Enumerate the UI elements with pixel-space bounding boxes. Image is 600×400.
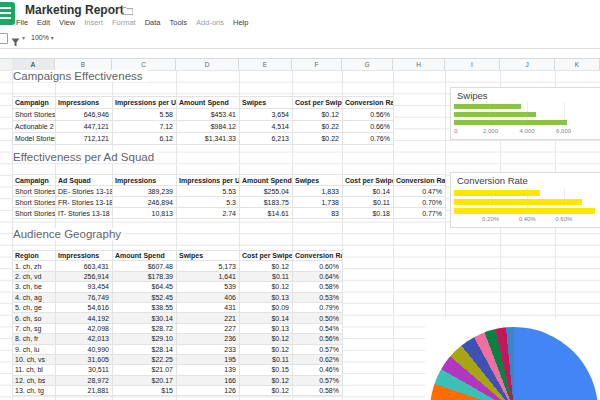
cell[interactable]: $22.25: [113, 354, 177, 364]
cell[interactable]: 10,813: [113, 208, 177, 219]
cell[interactable]: 0.53%: [293, 292, 343, 302]
cell[interactable]: 6. ch, so: [13, 313, 56, 323]
cell[interactable]: 2.74: [177, 208, 240, 219]
cell[interactable]: 447,121: [56, 121, 113, 133]
cell[interactable]: $0.11: [240, 271, 293, 281]
header-cell[interactable]: Amount Spend: [177, 97, 240, 109]
cell[interactable]: 0.58%: [293, 282, 343, 292]
star-icon[interactable]: ☆: [104, 4, 119, 15]
cell[interactable]: $0.11: [343, 197, 394, 208]
cell[interactable]: 6.12: [113, 133, 177, 145]
menu-data[interactable]: Data: [145, 18, 161, 27]
column-header-I[interactable]: I: [445, 59, 500, 70]
cell[interactable]: $0.12: [240, 261, 293, 271]
header-cell[interactable]: Impressions: [56, 97, 113, 109]
cell[interactable]: $453.41: [177, 109, 240, 121]
swipes-chart[interactable]: Swipes 02,0004,0006,000: [450, 87, 600, 140]
cell[interactable]: 0.50%: [293, 313, 343, 323]
column-header-E[interactable]: E: [239, 59, 292, 70]
cell[interactable]: 5.3: [177, 197, 240, 208]
cell[interactable]: FR- Stories 13-18: [56, 197, 113, 208]
header-cell[interactable]: Swipes: [293, 175, 343, 186]
cell[interactable]: $984.12: [177, 121, 240, 133]
cell[interactable]: 28,972: [56, 375, 113, 385]
cell[interactable]: $0.14: [343, 186, 394, 197]
cell[interactable]: 1,641: [177, 271, 240, 281]
cell[interactable]: 0.66%: [343, 121, 394, 133]
cell[interactable]: 7. ch, sg: [13, 323, 56, 333]
cell[interactable]: Short Stories: [13, 197, 56, 208]
cell[interactable]: 3. ch, be: [13, 282, 56, 292]
cell[interactable]: 0.64%: [293, 271, 343, 281]
cell[interactable]: $0.12: [240, 375, 293, 385]
cell[interactable]: 2. ch, vd: [13, 271, 56, 281]
cell[interactable]: 4. ch, ag: [13, 292, 56, 302]
cell[interactable]: 5.53: [177, 186, 240, 197]
cell[interactable]: 1,738: [293, 197, 343, 208]
menu-format[interactable]: Format: [112, 18, 136, 27]
menu-tools[interactable]: Tools: [170, 18, 188, 27]
cell[interactable]: Short Stories: [13, 109, 56, 121]
cell[interactable]: 0.57%: [293, 344, 343, 354]
cell[interactable]: 12. ch, bs: [13, 375, 56, 385]
cell[interactable]: 0.56%: [343, 109, 394, 121]
sheets-logo-icon[interactable]: [0, 2, 15, 25]
cell[interactable]: $0.12: [240, 386, 293, 396]
cell[interactable]: 195: [177, 354, 240, 364]
cell[interactable]: $0.13: [240, 323, 293, 333]
cell[interactable]: 42,013: [56, 334, 113, 344]
column-header-D[interactable]: D: [176, 59, 239, 70]
cell[interactable]: 6,213: [240, 133, 293, 145]
filter-dropdown-caret[interactable]: ▾: [22, 34, 25, 41]
cell[interactable]: Model Stories: [13, 133, 56, 145]
cell[interactable]: Short Stories: [13, 208, 56, 219]
header-cell[interactable]: Cost per Swipe: [240, 251, 293, 261]
column-header-A[interactable]: A: [12, 59, 55, 70]
cell[interactable]: 0.79%: [293, 302, 343, 312]
column-header-F[interactable]: F: [292, 59, 342, 70]
cell[interactable]: $0.14: [240, 313, 293, 323]
cell[interactable]: $0.12: [240, 282, 293, 292]
header-cell[interactable]: Region: [13, 251, 56, 261]
cell[interactable]: 712,121: [56, 133, 113, 145]
cell[interactable]: 44,192: [56, 313, 113, 323]
cell[interactable]: Short Stories: [13, 186, 56, 197]
menu-help[interactable]: Help: [233, 18, 248, 27]
cell[interactable]: 10. ch, vs: [13, 354, 56, 364]
column-header-C[interactable]: C: [112, 59, 176, 70]
cell[interactable]: 406: [177, 292, 240, 302]
cell[interactable]: 0.62%: [293, 354, 343, 364]
cell[interactable]: $28.14: [113, 344, 177, 354]
cell[interactable]: 0.76%: [343, 133, 394, 145]
header-cell[interactable]: Conversion Rate: [394, 175, 446, 186]
column-header-K[interactable]: K: [555, 59, 600, 70]
cell[interactable]: 0.57%: [293, 375, 343, 385]
menu-file[interactable]: File: [16, 18, 28, 27]
cell[interactable]: 54,616: [56, 302, 113, 312]
cell[interactable]: $607.48: [113, 261, 177, 271]
cell[interactable]: 1,833: [293, 186, 343, 197]
header-cell[interactable]: Impressions per User: [177, 175, 240, 186]
cell[interactable]: 5,173: [177, 261, 240, 271]
cell[interactable]: $15: [113, 386, 177, 396]
cell[interactable]: $14.61: [240, 208, 293, 219]
cell[interactable]: 31,605: [56, 354, 113, 364]
header-cell[interactable]: Cost per Swipe: [343, 175, 394, 186]
zoom-control[interactable]: 100% ▾: [31, 34, 54, 41]
cell[interactable]: 663,431: [56, 261, 113, 271]
cell[interactable]: IT- Stories 13-18: [56, 208, 113, 219]
print-icon[interactable]: [0, 33, 8, 44]
cell[interactable]: 139: [177, 365, 240, 375]
column-header-J[interactable]: J: [500, 59, 555, 70]
cell[interactable]: 7.12: [113, 121, 177, 133]
cell[interactable]: $255.04: [240, 186, 293, 197]
impressions-pie-chart[interactable]: [425, 318, 600, 400]
header-cell[interactable]: Cost per Swipe: [293, 97, 343, 109]
cell[interactable]: 13. ch, tg: [13, 386, 56, 396]
cell[interactable]: 0.46%: [293, 365, 343, 375]
cell[interactable]: 246,894: [113, 197, 177, 208]
cell[interactable]: 0.54%: [293, 323, 343, 333]
header-cell[interactable]: Impressions: [113, 175, 177, 186]
spreadsheet-grid[interactable]: Campaigns EffectivenessCampaignImpressio…: [0, 70, 600, 400]
cell[interactable]: $1,341.33: [177, 133, 240, 145]
